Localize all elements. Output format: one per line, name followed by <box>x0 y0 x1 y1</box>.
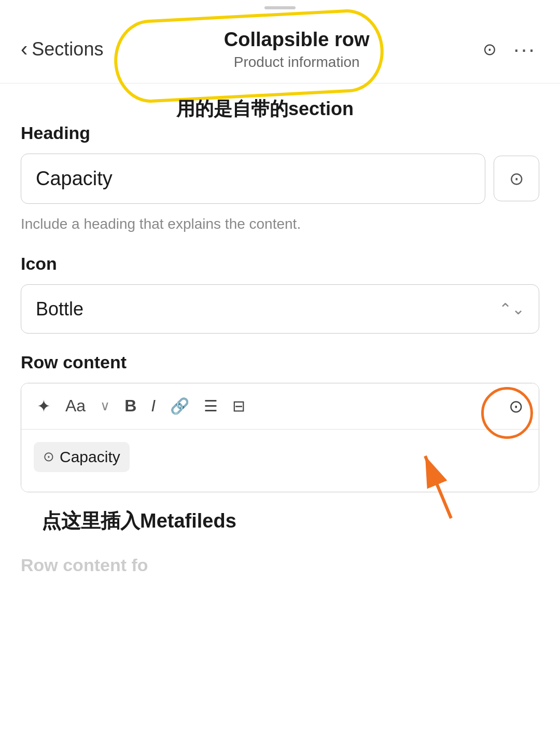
heading-label: Heading <box>21 123 539 143</box>
header: ‹ Sections Collapsible row Product infor… <box>0 9 560 84</box>
sparkle-button[interactable]: ✦ <box>34 394 54 418</box>
font-caret-icon: ∨ <box>100 398 110 414</box>
header-db-button[interactable]: ⊙ <box>480 37 500 61</box>
editor-body[interactable]: ⊙ Capacity <box>21 430 539 492</box>
font-icon: Aa <box>65 396 86 416</box>
bottom-section-label: Row content fo <box>21 555 539 575</box>
back-icon: ‹ <box>21 37 27 61</box>
header-title-block: Collapsible row Product information <box>114 28 480 71</box>
metafield-chip-label: Capacity <box>60 448 120 466</box>
back-label: Sections <box>32 38 103 60</box>
main-content: Heading ⊙ Include a heading that explain… <box>0 84 560 534</box>
italic-button[interactable]: I <box>148 394 159 418</box>
sparkle-icon: ✦ <box>37 396 51 416</box>
row-content-label: Row content <box>21 352 539 372</box>
bullet-list-button[interactable]: ☰ <box>201 395 221 417</box>
icon-label: Icon <box>21 254 539 274</box>
editor-toolbar: ✦ Aa ∨ B I 🔗 ☰ <box>21 383 539 430</box>
back-button[interactable]: ‹ Sections <box>21 37 103 61</box>
header-main-title: Collapsible row <box>114 28 480 52</box>
bold-icon: B <box>124 396 136 416</box>
editor-db-icon: ⊙ <box>509 396 523 417</box>
link-button[interactable]: 🔗 <box>167 395 192 417</box>
editor-db-button[interactable]: ⊙ <box>506 394 526 419</box>
orange-annotation-text: 点这里插入Metafileds <box>21 508 539 534</box>
numbered-list-button[interactable]: ⊟ <box>229 395 248 417</box>
db-icon: ⊙ <box>509 168 524 189</box>
heading-input[interactable] <box>21 154 485 204</box>
heading-db-button[interactable]: ⊙ <box>494 156 539 201</box>
bottom-section-partial: Row content fo <box>0 555 560 575</box>
header-more-button[interactable]: ··· <box>510 35 539 64</box>
editor-annotation-wrapper: ✦ Aa ∨ B I 🔗 ☰ <box>21 383 539 492</box>
header-actions: ⊙ ··· <box>480 35 539 64</box>
icon-select[interactable]: Bottle Box Tag Star Heart <box>21 284 539 334</box>
font-caret-button[interactable]: ∨ <box>97 396 113 416</box>
metafield-chip: ⊙ Capacity <box>34 442 130 472</box>
row-content-editor: ✦ Aa ∨ B I 🔗 ☰ <box>21 383 539 492</box>
metafield-chip-icon: ⊙ <box>43 449 54 465</box>
heading-input-row: ⊙ <box>21 154 539 204</box>
heading-helper-text: Include a heading that explains the cont… <box>21 213 539 235</box>
icon-select-container: Bottle Box Tag Star Heart ⌃⌄ <box>21 284 539 334</box>
font-button[interactable]: Aa <box>62 394 89 418</box>
header-sub-title: Product information <box>114 54 480 71</box>
numbered-list-icon: ⊟ <box>232 397 245 415</box>
bold-button[interactable]: B <box>121 394 139 418</box>
bullet-list-icon: ☰ <box>204 397 218 415</box>
italic-icon: I <box>151 396 156 416</box>
link-icon: 🔗 <box>170 397 189 415</box>
